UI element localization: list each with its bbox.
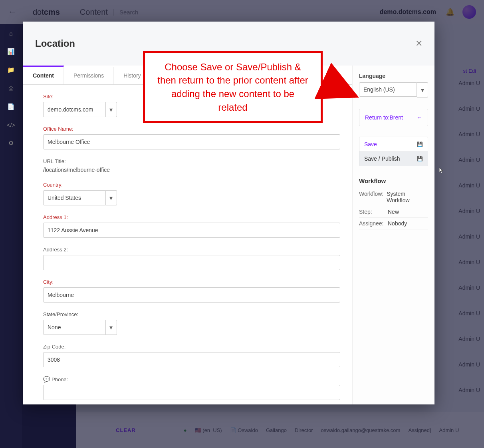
country-select[interactable] [43,190,106,205]
office-label: Office Name: [43,126,340,132]
left-rail: ⌂ 📊 📁 ◎ 📄 </> ⚙ [0,24,22,448]
rail-folder-icon[interactable]: 📁 [7,66,15,74]
url-title-label: URL Title: [43,158,340,164]
side-column: Language ▾ Return to:Brent ← Save 💾 Save… [353,66,434,404]
rail-sitemap-icon[interactable]: 📊 [7,48,15,55]
rail-code-icon[interactable]: </> [7,121,16,128]
site-select[interactable] [43,102,106,117]
phone-input[interactable] [43,385,340,400]
address2-input[interactable] [43,255,340,270]
return-to-label: Return to:Brent [365,114,403,121]
tab-permissions[interactable]: Permissions [64,67,114,84]
state-label: State/Province: [43,311,340,317]
workflow-section: Workflow Workflow:System Workflow Step:N… [359,177,428,229]
address1-label: Address 1: [43,214,340,220]
action-list: Save 💾 Save / Publish 💾 [359,137,428,166]
language-label: Language [359,73,428,79]
disk-icon: 💾 [417,156,423,161]
workflow-row: Workflow:System Workflow [359,188,428,206]
tab-content[interactable]: Content [23,66,64,84]
cursor-icon [437,167,444,176]
rail-home-icon[interactable]: ⌂ [9,30,13,37]
city-input[interactable] [43,287,340,303]
modal-title: Location [35,38,75,49]
annotation-callout: Choose Save or Save/Publish & then retur… [143,51,323,123]
country-label: Country: [43,182,340,188]
rail-gear-icon[interactable]: ⚙ [8,139,14,147]
close-icon[interactable]: ✕ [415,38,423,49]
state-dropdown-icon[interactable]: ▾ [106,320,117,335]
address2-label: Address 2: [43,247,340,253]
office-name-input[interactable] [43,134,340,149]
svg-line-0 [329,84,355,96]
zip-label: Zip Code: [43,344,340,350]
language-dropdown-icon[interactable]: ▾ [417,82,428,98]
workflow-assignee-row: Assignee:Nobody [359,218,428,229]
save-button[interactable]: Save 💾 [359,137,428,151]
phone-icon: 💬 [43,376,50,382]
rail-target-icon[interactable]: ◎ [8,85,14,92]
zip-input[interactable] [43,352,340,367]
site-dropdown-icon[interactable]: ▾ [106,102,117,117]
save-publish-button[interactable]: Save / Publish 💾 [359,151,428,166]
disk-icon: 💾 [417,141,423,147]
workflow-step-row: Step:New [359,206,428,218]
return-arrow-icon: ← [417,114,422,121]
url-title-value: /locations/melbourne-office [43,167,340,173]
phone-label: 💬 Phone: [43,376,340,382]
return-to-button[interactable]: Return to:Brent ← [359,109,428,126]
country-dropdown-icon[interactable]: ▾ [106,190,117,205]
city-label: City: [43,279,340,285]
rail-file-icon[interactable]: 📄 [7,103,15,110]
state-select[interactable] [43,320,106,335]
address1-input[interactable] [43,223,340,238]
annotation-text: Choose Save or Save/Publish & then retur… [156,60,309,114]
workflow-title: Workflow [359,177,428,184]
